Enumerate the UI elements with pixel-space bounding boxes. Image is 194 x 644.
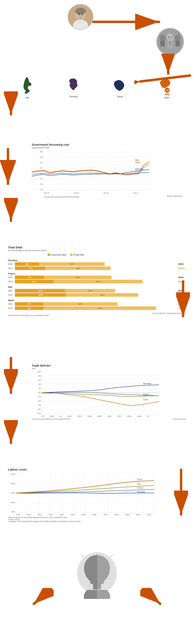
legend-gov-box <box>48 254 50 256</box>
section-portraits <box>0 0 194 68</box>
portrait-merkel <box>68 4 94 30</box>
debt-bar-container: 126% 126% <box>15 289 176 292</box>
svg-point-14 <box>167 34 174 42</box>
debt-spain-label: Spain <box>8 299 186 302</box>
svg-marker-22 <box>165 94 166 96</box>
svg-text:Italy: Italy <box>143 394 147 396</box>
arrow-trade-left <box>4 356 18 396</box>
debt-year: 2000 <box>8 303 15 305</box>
trade-chart-svg: Germany France Italy Spain <box>42 371 161 414</box>
debt-italy: Italy 2000 126% 126% 252% 2010 129% 181%… <box>8 286 186 297</box>
chart1-x-labels: Jan 08 Jan 09 Jan 10 Jan 11 <box>44 192 163 194</box>
svg-rect-91 <box>93 584 97 589</box>
debt-bar-container: 97% 224% <box>15 280 176 283</box>
debt-bar-priv: 164% <box>46 266 111 270</box>
labour-chart-svg: Spain Italy France Germany <box>16 473 155 513</box>
svg-point-96 <box>110 555 112 557</box>
svg-text:Italy: Italy <box>137 483 141 485</box>
bottom-spacer <box>0 612 194 628</box>
legend-priv-box <box>70 254 72 256</box>
labour-y-labels: 160% 140% 120% 100% 80% <box>8 473 16 513</box>
debt-bar-priv: 170% <box>44 276 112 279</box>
country-label-italy: Italy <box>26 96 29 99</box>
labour-footnote2: Unit labour costs measure the average co… <box>8 520 186 522</box>
debt-germany-label: Germany <box>8 259 186 262</box>
arrow-merkel-right <box>92 12 167 32</box>
legend-gov-label: Government debt <box>51 254 66 256</box>
svg-text:Spain: Spain <box>137 478 142 480</box>
chart1-footnote: *10-year benchmark government bond yield… <box>44 196 79 198</box>
arrow-chart1-down <box>4 198 18 224</box>
debt-bar-container: 77% 164% <box>15 266 176 270</box>
debt-bar-gov: 61% <box>15 262 39 266</box>
debt-bar-container: 72% 283% <box>15 306 176 310</box>
svg-text:France: France <box>137 487 144 489</box>
portrait-group <box>156 28 184 56</box>
section-chart1: Government borrowing cost annual interes… <box>0 131 194 206</box>
chart1-source: Source: Bloomberg <box>167 195 182 198</box>
debt-row: 2000 126% 126% 252% <box>8 289 186 292</box>
svg-point-4 <box>78 14 80 15</box>
debt-italy-label: Italy <box>8 286 186 288</box>
arrow-maps-down <box>4 92 18 117</box>
svg-rect-13 <box>176 41 180 46</box>
svg-text:Spain: Spain <box>135 161 140 164</box>
debt-row: 2010 72% 283% 355% <box>8 306 186 310</box>
merkel-image <box>68 4 93 29</box>
section-debt: Total Debt as a percentage of annual eco… <box>0 230 194 324</box>
svg-text:Spain: Spain <box>143 398 148 400</box>
section-trade: Trade deficits* 10% 10% 8% 6% 4% 2% 0% -… <box>0 348 194 428</box>
section-head <box>0 542 194 612</box>
debt-year: 2010 <box>8 294 15 296</box>
svg-point-95 <box>107 556 110 560</box>
france-shape <box>112 77 128 95</box>
debt-legend: Government debt Private debt <box>48 254 186 256</box>
svg-point-8 <box>160 34 166 41</box>
trade-source: Source: Eurostat <box>173 418 186 420</box>
svg-point-18 <box>171 36 172 38</box>
debt-bar-priv: 165% <box>39 262 105 266</box>
arrow-chart1-left <box>0 147 16 187</box>
chart1-svg: Italy Spain France Germany <box>32 151 151 190</box>
head-silhouette-svg <box>73 549 121 605</box>
debt-row: 2000 61% 165% 226% <box>8 262 186 266</box>
debt-title: Total Debt <box>8 246 186 249</box>
arrow-head-left <box>30 588 54 608</box>
country-label-spain: Spain <box>164 96 169 99</box>
trade-title: Trade deficits* <box>32 364 186 367</box>
country-label-france: France <box>117 96 123 98</box>
map-germany: Germany <box>50 77 97 98</box>
svg-point-17 <box>168 36 169 38</box>
trade-y-labels: 10% 8% 6% 4% 2% 0% -2% -4% -6% -8% -10% <box>32 371 42 414</box>
arrow-debt-right <box>176 280 190 319</box>
group-image <box>157 28 184 55</box>
debt-france-label: France <box>8 272 186 275</box>
svg-point-94 <box>80 554 82 555</box>
debt-row: 2010 97% 224% 321% <box>8 280 186 283</box>
section-maps: Italy Germany France 1st Spain <box>0 68 194 107</box>
svg-point-3 <box>75 8 86 14</box>
debt-row: 2010 77% 164% 241% <box>8 266 186 270</box>
debt-year: 2000 <box>8 276 15 278</box>
labour-x-labels: 1999200020012002200320042005200620072008… <box>16 514 186 516</box>
debt-bar-gov: 73% <box>15 276 44 279</box>
svg-text:Italy: Italy <box>135 159 139 161</box>
debt-legend-priv: Private debt <box>70 254 84 256</box>
germany-shape <box>67 77 81 95</box>
svg-text:Germany: Germany <box>135 168 143 170</box>
arrow-labour-right <box>174 468 188 518</box>
debt-row: 2010 129% 181% 310% <box>8 293 186 297</box>
svg-marker-21 <box>166 92 168 95</box>
section-labour: Labour costs 160% 140% 120% 100% 80% <box>0 452 194 530</box>
debt-year: 2010 <box>8 307 15 310</box>
debt-france: France 2000 73% 170% 243% 2010 97% 224% … <box>8 272 186 283</box>
debt-bar-priv: 181% <box>66 293 138 297</box>
debt-bar-gov: 97% <box>15 280 54 283</box>
italy-shape <box>20 76 34 96</box>
debt-bar-gov: 126% <box>15 289 65 292</box>
debt-bar-container: 61% 165% <box>15 262 176 266</box>
svg-text:Germany: Germany <box>143 382 151 385</box>
svg-point-97 <box>112 554 114 555</box>
chart1-title: Government borrowing cost <box>32 143 182 146</box>
debt-bar-gov: 77% <box>15 266 46 270</box>
